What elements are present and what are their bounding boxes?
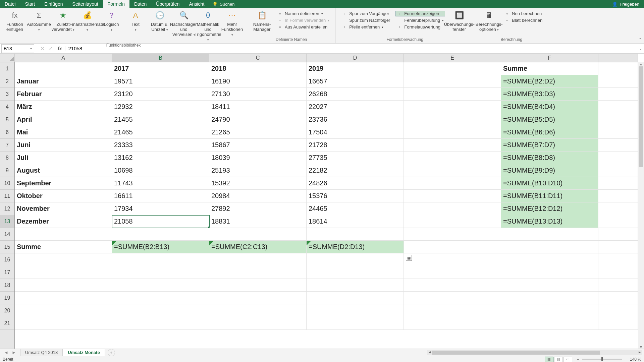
ribbon-button[interactable]: θ Mathematik und Trigonometrie ▾ xyxy=(196,9,220,42)
cell[interactable] xyxy=(112,279,209,292)
cell[interactable]: Februar xyxy=(15,88,112,101)
cell[interactable] xyxy=(598,126,638,139)
cell[interactable]: 21265 xyxy=(209,126,307,139)
zoom-level[interactable]: 140 % xyxy=(630,357,641,362)
cell[interactable] xyxy=(112,228,209,241)
cell[interactable] xyxy=(501,228,598,241)
cell[interactable] xyxy=(15,228,112,241)
cell[interactable] xyxy=(404,177,501,190)
cell[interactable]: 10698 xyxy=(112,164,209,177)
cell[interactable]: Juni xyxy=(15,139,112,152)
sheet-tab[interactable]: Umsatz Q4 2018 xyxy=(20,349,63,357)
menu-tab-seitenlayout[interactable]: Seitenlayout xyxy=(68,0,103,8)
cell[interactable] xyxy=(112,253,209,266)
cell[interactable]: 21455 xyxy=(112,113,209,126)
ribbon-button[interactable]: Σ AutoSumme ▾ xyxy=(27,9,51,32)
cell[interactable] xyxy=(598,279,638,292)
page-break-view-button[interactable]: ▭ xyxy=(564,357,572,362)
menu-tab-überprüfen[interactable]: Überprüfen xyxy=(151,0,184,8)
cell[interactable] xyxy=(501,279,598,292)
column-header[interactable]: B xyxy=(112,54,209,62)
cell[interactable]: 24465 xyxy=(307,202,404,215)
sheet-nav-next-icon[interactable]: ► xyxy=(12,350,16,355)
cell[interactable]: 21058 xyxy=(112,215,209,228)
cell[interactable]: 15392 xyxy=(209,177,307,190)
cell[interactable] xyxy=(15,266,112,279)
ribbon-item[interactable]: ▫Formelauswertung xyxy=(395,24,445,30)
calculation-options-button[interactable]: 🖩 Berechnungs- optionen ▾ xyxy=(477,9,501,32)
row-header[interactable]: 4 xyxy=(0,101,14,113)
cell[interactable] xyxy=(209,317,307,330)
cell[interactable] xyxy=(598,113,638,126)
cell[interactable] xyxy=(404,126,501,139)
tell-me-search[interactable]: 💡 Suchen xyxy=(212,2,234,7)
ribbon-button[interactable]: 💰 Finanzmathematik ▾ xyxy=(75,9,99,32)
cell[interactable] xyxy=(598,317,638,330)
cell[interactable] xyxy=(404,139,501,152)
row-header[interactable]: 5 xyxy=(0,113,14,126)
cell[interactable]: 15867 xyxy=(209,139,307,152)
cell[interactable] xyxy=(598,139,638,152)
row-header[interactable]: 15 xyxy=(0,241,14,253)
cell[interactable] xyxy=(404,75,501,88)
cell[interactable] xyxy=(307,253,404,266)
cell[interactable] xyxy=(404,266,501,279)
cell[interactable]: 13162 xyxy=(112,152,209,164)
cell[interactable] xyxy=(404,253,501,266)
menu-tab-start[interactable]: Start xyxy=(20,0,40,8)
ribbon-item[interactable]: ▫Namen definieren ▾ xyxy=(276,11,331,16)
cell[interactable]: 18411 xyxy=(209,101,307,113)
cell[interactable] xyxy=(598,253,638,266)
ribbon-item[interactable]: ▫Neu berechnen xyxy=(503,11,544,16)
cell[interactable] xyxy=(404,292,501,304)
cell[interactable]: 27735 xyxy=(307,152,404,164)
menu-tab-daten[interactable]: Daten xyxy=(129,0,151,8)
cell[interactable] xyxy=(15,253,112,266)
cell[interactable]: =SUMME(B2:B13) xyxy=(112,241,209,253)
cell[interactable] xyxy=(15,279,112,292)
scroll-left-icon[interactable]: ◄ xyxy=(427,350,432,354)
row-header[interactable]: 17 xyxy=(0,266,14,279)
sheet-tab[interactable]: Umsatz Monate xyxy=(63,349,105,357)
cell[interactable]: 26268 xyxy=(307,88,404,101)
cell[interactable]: Mai xyxy=(15,126,112,139)
cell[interactable]: 12932 xyxy=(112,101,209,113)
row-header[interactable]: 11 xyxy=(0,190,14,202)
cell[interactable] xyxy=(598,101,638,113)
cell[interactable]: 27892 xyxy=(209,202,307,215)
ribbon-button[interactable]: 🔍 Nachschlagen und Verweisen ▾ xyxy=(172,9,196,37)
cell[interactable] xyxy=(307,317,404,330)
cell[interactable] xyxy=(598,215,638,228)
scrollbar-thumb[interactable] xyxy=(639,66,643,167)
cell[interactable]: 27130 xyxy=(209,88,307,101)
ribbon-button[interactable]: fx Funktion einfügen xyxy=(3,9,27,32)
cell[interactable] xyxy=(501,253,598,266)
cell[interactable] xyxy=(209,304,307,317)
ribbon-item[interactable]: ▫Pfeile entfernen ▾ xyxy=(340,24,391,30)
row-header[interactable]: 6 xyxy=(0,126,14,139)
column-header[interactable]: F xyxy=(501,54,598,62)
cell[interactable] xyxy=(404,152,501,164)
cell[interactable] xyxy=(598,304,638,317)
cell[interactable]: 17504 xyxy=(307,126,404,139)
menu-tab-ansicht[interactable]: Ansicht xyxy=(184,0,209,8)
scrollbar-thumb[interactable] xyxy=(432,351,600,355)
cell[interactable] xyxy=(404,88,501,101)
ribbon-item[interactable]: ▫Formeln anzeigen xyxy=(395,11,445,16)
zoom-out-button[interactable]: − xyxy=(577,357,579,362)
cell[interactable] xyxy=(598,292,638,304)
cell[interactable]: =SUMME(B8:D8) xyxy=(501,152,598,164)
cell[interactable]: 20984 xyxy=(209,190,307,202)
cells-area[interactable]: 201720182019SummeJanuar195711619016657=S… xyxy=(15,62,638,350)
cell[interactable] xyxy=(15,292,112,304)
ribbon-button[interactable]: ★ Zuletzt verwendet ▾ xyxy=(51,9,75,32)
cell[interactable]: 18831 xyxy=(209,215,307,228)
cell[interactable] xyxy=(598,88,638,101)
cell[interactable] xyxy=(307,279,404,292)
scroll-right-icon[interactable]: ► xyxy=(637,350,642,354)
cell[interactable]: =SUMME(D2:D13) xyxy=(307,241,404,253)
cell[interactable]: =SUMME(B7:D7) xyxy=(501,139,598,152)
cell[interactable]: 15376 xyxy=(307,190,404,202)
cell[interactable]: 2017 xyxy=(112,62,209,75)
menu-tab-datei[interactable]: Datei xyxy=(0,0,20,8)
